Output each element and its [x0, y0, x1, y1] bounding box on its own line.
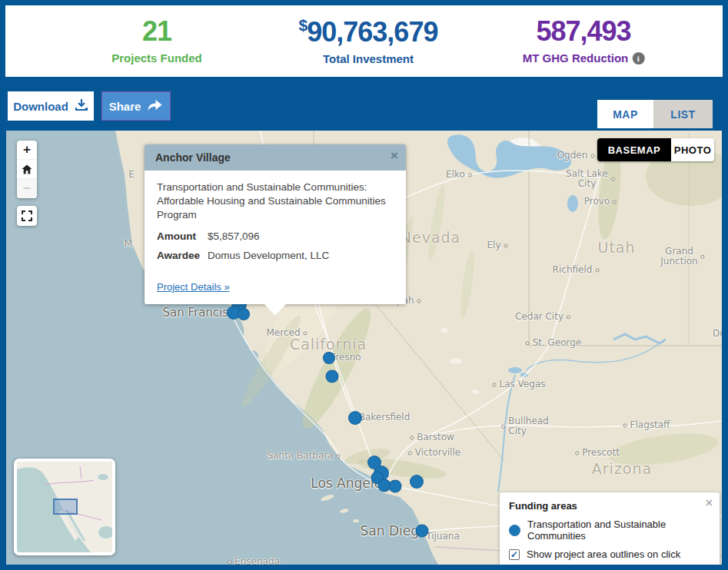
projects-funded-value: 21	[111, 16, 202, 47]
photo-button[interactable]: PHOTO	[671, 138, 714, 161]
basemap-button[interactable]: BASEMAP	[597, 138, 671, 161]
city-label-m: M	[125, 239, 132, 249]
city-marker-ring	[526, 342, 530, 346]
city-label-grand-junction: Grand Junction	[660, 247, 704, 267]
popup-program-text: Transportation and Sustainable Communiti…	[157, 181, 394, 221]
zoom-in-button[interactable]: +	[17, 141, 37, 160]
state-label-nevada: Nevada	[401, 229, 461, 246]
stat-ghg-reduction: 587,493 MT GHG Reductioni	[523, 5, 645, 77]
city-label-cedar-city: Cedar City	[515, 312, 570, 322]
city-marker-ring	[304, 332, 307, 336]
city-label-flagstaff: Flagstaff	[623, 420, 670, 430]
city-label-merced: Merced	[266, 328, 307, 338]
city-marker-ring	[575, 452, 579, 456]
stat-total-investment: $90,763,679 Total Investment	[299, 5, 438, 77]
city-label-santa-barbara: Santa Barbara	[267, 451, 340, 461]
legend-title: Funding areas	[509, 500, 710, 512]
city-label-barstow: Barstow	[410, 432, 454, 442]
city-label-bakersfield: Bakersfield	[359, 413, 411, 423]
fullscreen-button[interactable]	[17, 206, 37, 226]
popup-tail	[264, 304, 286, 316]
city-label-elko: Elko	[446, 170, 472, 180]
popup-amount-row: Amount $5,857,096	[157, 230, 394, 242]
popup-title: Anchor Village	[155, 151, 231, 164]
download-icon	[75, 98, 88, 114]
basemap-toggle: BASEMAP PHOTO	[597, 138, 714, 161]
popup-close-icon[interactable]: ×	[391, 148, 398, 164]
city-label-richfield: Richfield	[553, 265, 600, 275]
city-label-e: E	[128, 170, 135, 180]
legend-item: Transportation and Sustainable Communiti…	[509, 519, 710, 542]
city-marker-ring	[337, 455, 341, 459]
project-marker-14[interactable]	[416, 525, 429, 538]
city-label-tijuana: Tijuana	[426, 532, 460, 542]
city-label-provo: Provo	[584, 197, 617, 207]
show-outlines-checkbox[interactable]: ✓	[509, 549, 520, 560]
projects-funded-label: Projects Funded	[111, 51, 202, 65]
city-marker-ring	[611, 177, 615, 181]
city-label-bullhead-city: Bullhead City	[501, 416, 548, 436]
share-button[interactable]: Share	[101, 91, 171, 121]
stat-projects-funded: 21 Projects Funded	[111, 5, 202, 77]
fullscreen-icon	[22, 210, 32, 221]
map-canvas[interactable]: NevadaUtahCaliforniaArizonaElkoOgdenSalt…	[6, 131, 722, 565]
city-label-prescott: Prescott	[575, 448, 620, 458]
city-marker-ring	[701, 255, 705, 259]
city-label-victorville: Victorville	[408, 448, 460, 458]
city-marker-ring	[567, 316, 570, 320]
home-button[interactable]	[17, 160, 37, 179]
project-marker-7[interactable]	[348, 411, 362, 425]
city-marker-ring	[504, 244, 508, 248]
amount-value: $5,857,096	[208, 230, 260, 242]
ghg-reduction-value: 587,493	[523, 16, 645, 47]
city-marker-ring	[613, 200, 617, 204]
home-icon	[22, 164, 32, 174]
city-label-ely: Ely	[487, 240, 507, 250]
popup-awardee-row: Awardee Domus Development, LLC	[157, 250, 394, 261]
city-label-las-vegas: Las Vegas	[493, 379, 546, 389]
legend-marker-dot	[509, 525, 520, 536]
popup-header: Anchor Village ×	[145, 144, 406, 171]
city-marker-ring	[590, 154, 594, 158]
project-marker-12[interactable]	[389, 480, 402, 493]
project-marker-13[interactable]	[410, 475, 424, 489]
project-details-link[interactable]: Project Details »	[157, 281, 230, 293]
overview-inset-map[interactable]	[14, 459, 115, 555]
zoom-out-button[interactable]: −	[17, 179, 37, 198]
tab-map[interactable]: MAP	[597, 100, 653, 128]
project-marker-6[interactable]	[326, 370, 339, 383]
download-button[interactable]: Download	[8, 91, 94, 121]
inset-map-graphics	[17, 462, 112, 552]
city-marker-ring	[228, 561, 231, 565]
popup-body: Transportation and Sustainable Communiti…	[145, 171, 406, 304]
funding-areas-legend: Funding areas × Transportation and Susta…	[500, 492, 720, 565]
stats-panel: 21 Projects Funded $90,763,679 Total Inv…	[5, 5, 723, 77]
total-investment-value: $90,763,679	[299, 16, 438, 48]
inset-extent-rect	[54, 499, 77, 514]
legend-close-icon[interactable]: ×	[706, 496, 713, 510]
city-label-ensenada: Ensenada	[228, 557, 280, 565]
project-marker-3[interactable]	[238, 308, 250, 320]
city-label-salt-lake-city: Salt Lake City	[566, 169, 615, 189]
ghg-reduction-label: MT GHG Reductioni	[523, 51, 645, 65]
zoom-control-panel: + −	[17, 141, 37, 198]
tab-list[interactable]: LIST	[653, 100, 713, 128]
state-label-utah: Utah	[597, 239, 635, 256]
dollar-sign: $	[299, 16, 307, 34]
legend-item-label: Transportation and Sustainable Communiti…	[527, 519, 710, 542]
city-marker-ring	[417, 300, 421, 303]
city-label-dur: Dur	[713, 329, 722, 339]
state-label-arizona: Arizona	[592, 460, 652, 477]
share-icon	[147, 99, 163, 114]
info-icon[interactable]: i	[632, 52, 644, 65]
project-marker-5[interactable]	[323, 352, 335, 364]
awardee-label: Awardee	[157, 250, 208, 261]
awardee-value: Domus Development, LLC	[208, 250, 329, 261]
project-popup: Anchor Village × Transportation and Sust…	[145, 144, 406, 304]
city-marker-ring	[468, 174, 472, 177]
legend-checkbox-row: ✓ Show project area outlines on click	[509, 548, 710, 560]
city-label-st-george: St. George	[526, 338, 582, 348]
city-marker-ring	[501, 425, 505, 429]
total-investment-label: Total Investment	[299, 52, 438, 65]
city-marker-ring	[493, 383, 497, 387]
